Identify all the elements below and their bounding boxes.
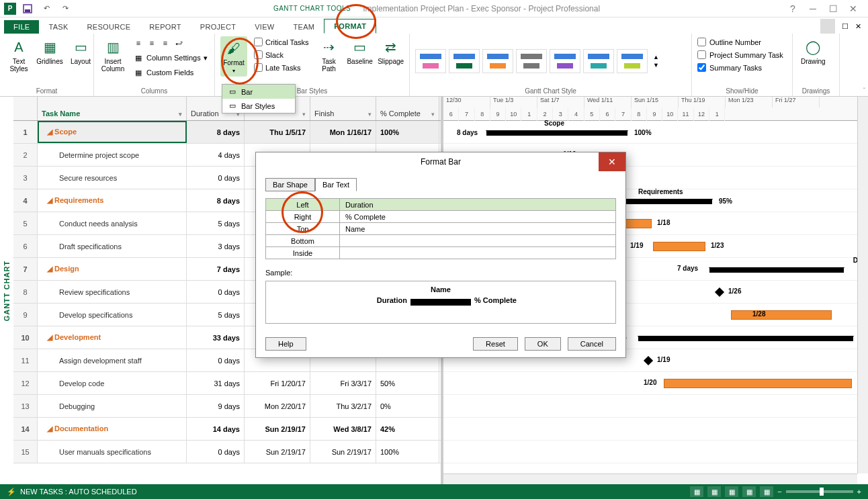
row-number[interactable]: 15 [13, 441, 38, 463]
row-number[interactable]: 6 [13, 235, 38, 257]
row-bottom-value[interactable] [340, 235, 616, 247]
tab-format[interactable]: FORMAT [324, 19, 376, 34]
tab-report[interactable]: REPORT [140, 20, 190, 34]
view-team-planner-icon[interactable]: ▦ [725, 486, 738, 497]
row-header-column[interactable] [13, 97, 38, 120]
col-complete[interactable]: % Complete▾ [376, 97, 439, 120]
gantt-style-6[interactable] [583, 49, 614, 73]
view-reports-icon[interactable]: ▦ [760, 486, 773, 497]
cell-duration[interactable]: 0 days [187, 167, 245, 189]
cell-task-name[interactable]: Assign development staff [38, 349, 187, 371]
project-summary-checkbox[interactable]: Project Summary Task [697, 49, 783, 60]
cell-duration[interactable]: 7 days [187, 258, 245, 280]
format-button[interactable]: 🖌Format▾ [220, 36, 247, 77]
cell-task-name[interactable]: Develop specifications [38, 304, 187, 326]
gantt-style-3[interactable] [482, 49, 513, 73]
slack-checkbox[interactable]: Slack [251, 49, 312, 60]
row-number[interactable]: 14 [13, 418, 38, 440]
drawing-button[interactable]: ◯Drawing [798, 36, 828, 66]
text-styles-button[interactable]: AText Styles [5, 36, 32, 74]
gantt-style-5[interactable] [550, 49, 580, 73]
cell-duration[interactable]: 5 days [187, 304, 245, 326]
cell-complete[interactable]: 42% [376, 418, 439, 440]
cell-task-name[interactable]: Develop code [38, 372, 187, 394]
gantt-style-4[interactable] [516, 49, 547, 73]
menu-item-bar-styles[interactable]: ▭Bar Styles [222, 99, 295, 113]
cell-task-name[interactable]: Conduct needs analysis [38, 212, 187, 234]
row-number[interactable]: 1 [13, 121, 38, 143]
cell-task-name[interactable]: Debugging [38, 395, 187, 417]
minimize-icon[interactable]: ─ [806, 2, 820, 15]
menu-item-bar[interactable]: ▭Bar [222, 85, 295, 99]
row-inside-label[interactable]: Inside [266, 247, 340, 259]
cell-task-name[interactable]: ◢ Scope [38, 121, 187, 143]
col-task-name[interactable]: Task Name▾ [38, 97, 187, 120]
row-number[interactable]: 13 [13, 395, 38, 417]
view-task-usage-icon[interactable]: ▦ [707, 486, 721, 497]
table-row[interactable]: 14◢ Documentation14 daysSun 2/19/17Wed 3… [13, 418, 441, 441]
cell-complete[interactable]: 100% [376, 121, 439, 143]
row-left-value[interactable]: Duration [340, 199, 616, 211]
cell-task-name[interactable]: ◢ Development [38, 326, 187, 349]
view-resource-sheet-icon[interactable]: ▦ [742, 486, 756, 497]
zoom-out-icon[interactable]: − [777, 488, 781, 496]
tab-resource[interactable]: RESOURCE [78, 20, 140, 34]
cell-duration[interactable]: 0 days [187, 281, 245, 303]
cell-finish[interactable]: Thu 3/2/17 [310, 395, 376, 417]
save-icon[interactable] [20, 1, 35, 16]
zoom-in-icon[interactable]: + [857, 488, 861, 496]
cell-finish[interactable]: Fri 3/3/17 [310, 372, 376, 394]
cell-duration[interactable]: 5 days [187, 212, 245, 234]
cell-start[interactable]: Mon 2/20/17 [245, 395, 310, 417]
reset-button[interactable]: Reset [473, 337, 518, 351]
close-icon[interactable]: ✕ [847, 2, 860, 15]
cell-task-name[interactable]: Secure resources [38, 167, 187, 189]
zoom-slider[interactable] [786, 490, 853, 493]
cell-duration[interactable]: 0 days [187, 349, 245, 371]
cell-duration[interactable]: 4 days [187, 144, 245, 166]
outline-number-checkbox[interactable]: Outline Number [697, 36, 783, 48]
undo-icon[interactable]: ↶ [39, 1, 54, 16]
cell-duration[interactable]: 0 days [187, 441, 245, 463]
redo-icon[interactable]: ↷ [58, 1, 73, 16]
cell-task-name[interactable]: User manuals specifications [38, 441, 187, 463]
cell-finish[interactable]: Sun 2/19/17 [310, 441, 376, 463]
cell-start[interactable]: Thu 1/5/17 [245, 121, 310, 143]
horizontal-scrollbar[interactable] [443, 473, 857, 484]
row-right-value[interactable]: % Complete [340, 211, 616, 223]
help-button[interactable]: Help [265, 337, 306, 351]
row-number[interactable]: 12 [13, 372, 38, 394]
vertical-scrollbar[interactable] [857, 97, 868, 473]
critical-tasks-checkbox[interactable]: Critical Tasks [251, 36, 312, 48]
table-row[interactable]: 1◢ Scope8 daysThu 1/5/17Mon 1/16/17100% [13, 121, 441, 144]
help-icon[interactable]: ? [786, 2, 799, 15]
task-bar[interactable] [731, 310, 832, 320]
row-number[interactable]: 2 [13, 144, 38, 166]
cell-duration[interactable]: 8 days [187, 189, 245, 212]
row-top-value[interactable]: Name [340, 223, 616, 235]
cell-duration[interactable]: 14 days [187, 418, 245, 440]
account-icon[interactable] [820, 19, 835, 34]
cell-complete[interactable]: 50% [376, 372, 439, 394]
tab-bar-shape[interactable]: Bar Shape [265, 178, 315, 191]
cell-finish[interactable]: Wed 3/8/17 [310, 418, 376, 440]
milestone-diamond[interactable] [644, 356, 653, 365]
row-top-label[interactable]: Top [266, 223, 340, 235]
cell-complete[interactable]: 0% [376, 395, 439, 417]
cell-task-name[interactable]: Determine project scope [38, 144, 187, 166]
summary-bar[interactable] [486, 130, 627, 136]
cell-start[interactable]: Sun 2/19/17 [245, 418, 310, 440]
gridlines-button[interactable]: ▦Gridlines [36, 36, 63, 66]
layout-button[interactable]: ▭Layout [67, 36, 94, 66]
cell-complete[interactable]: 100% [376, 441, 439, 463]
summary-tasks-checkbox[interactable]: Summary Tasks [697, 62, 783, 73]
view-gantt-icon[interactable]: ▦ [690, 486, 703, 497]
baseline-button[interactable]: ▭Baseline [347, 36, 374, 66]
cancel-button[interactable]: Cancel [568, 337, 616, 351]
row-number[interactable]: 9 [13, 304, 38, 326]
column-settings-button[interactable]: ▦Column Settings ▾ [130, 51, 210, 64]
dialog-close-button[interactable]: ✕ [599, 152, 625, 171]
cell-task-name[interactable]: Review specifications [38, 281, 187, 303]
row-number[interactable]: 11 [13, 349, 38, 371]
cell-task-name[interactable]: ◢ Documentation [38, 418, 187, 440]
